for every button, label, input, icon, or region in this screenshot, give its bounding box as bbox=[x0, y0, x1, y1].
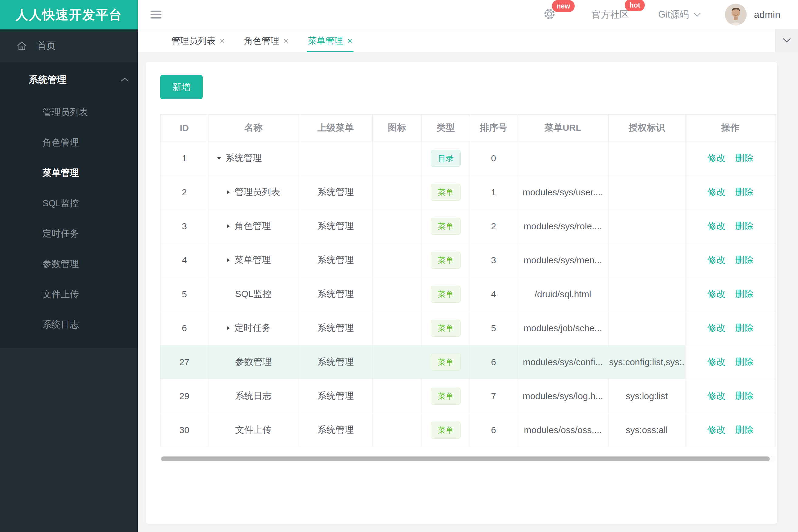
menu-name: 参数管理 bbox=[235, 356, 272, 368]
cell-type: 菜单 bbox=[422, 345, 470, 379]
sidebar-item-菜单管理[interactable]: 菜单管理 bbox=[0, 158, 138, 188]
delete-link[interactable]: 删除 bbox=[735, 357, 754, 367]
cell-order: 6 bbox=[470, 345, 517, 379]
cell-perm bbox=[609, 311, 685, 345]
edit-link[interactable]: 修改 bbox=[707, 187, 725, 197]
cell-actions: 修改删除 bbox=[685, 243, 776, 277]
delete-link[interactable]: 删除 bbox=[735, 289, 754, 299]
expand-arrow-icon[interactable] bbox=[225, 325, 231, 331]
delete-link[interactable]: 删除 bbox=[735, 187, 754, 197]
table-row: 27参数管理系统管理菜单6modules/sys/confi...sys:con… bbox=[161, 345, 776, 379]
sidebar-item-角色管理[interactable]: 角色管理 bbox=[0, 127, 138, 158]
cell-url: modules/sys/log.h... bbox=[517, 379, 609, 413]
type-badge: 菜单 bbox=[431, 320, 461, 337]
cell-perm bbox=[609, 175, 685, 209]
type-badge: 菜单 bbox=[431, 252, 461, 269]
tab-角色管理[interactable]: 角色管理× bbox=[244, 30, 288, 52]
settings-button[interactable]: new bbox=[543, 7, 556, 22]
cell-type: 目录 bbox=[422, 141, 470, 175]
add-button[interactable]: 新增 bbox=[160, 75, 203, 99]
delete-link[interactable]: 删除 bbox=[735, 153, 754, 163]
sidebar-item-定时任务[interactable]: 定时任务 bbox=[0, 218, 138, 249]
table-row: 6定时任务系统管理菜单5modules/job/sche...修改删除 bbox=[161, 311, 776, 345]
avatar[interactable] bbox=[725, 4, 747, 25]
cell-actions: 修改删除 bbox=[685, 345, 776, 379]
table-row: 2管理员列表系统管理菜单1modules/sys/user....修改删除 bbox=[161, 175, 776, 209]
cell-icon bbox=[373, 243, 422, 277]
cell-name: 参数管理 bbox=[208, 345, 299, 379]
edit-link[interactable]: 修改 bbox=[707, 153, 725, 163]
tab-管理员列表[interactable]: 管理员列表× bbox=[171, 30, 224, 52]
git-source-label: Git源码 bbox=[658, 8, 689, 21]
menu-name: 管理员列表 bbox=[235, 186, 280, 198]
sidebar-item-系统日志[interactable]: 系统日志 bbox=[0, 309, 138, 340]
cell-name: 文件上传 bbox=[208, 413, 299, 447]
type-badge: 菜单 bbox=[431, 286, 461, 303]
delete-link[interactable]: 删除 bbox=[735, 425, 754, 435]
chevron-down-icon bbox=[693, 12, 701, 17]
edit-link[interactable]: 修改 bbox=[707, 425, 725, 435]
git-source-link[interactable]: Git源码 bbox=[658, 8, 701, 21]
cell-order: 6 bbox=[470, 413, 517, 447]
expand-arrow-icon[interactable] bbox=[225, 258, 231, 263]
delete-link[interactable]: 删除 bbox=[735, 221, 754, 231]
table-row: 29系统日志系统管理菜单7modules/sys/log.h...sys:log… bbox=[161, 379, 776, 413]
tabs-overflow-chevron-icon bbox=[782, 37, 792, 44]
edit-link[interactable]: 修改 bbox=[707, 323, 725, 333]
sidebar-item-文件上传[interactable]: 文件上传 bbox=[0, 279, 138, 309]
edit-link[interactable]: 修改 bbox=[707, 255, 725, 265]
cell-name: 角色管理 bbox=[208, 209, 299, 243]
tab-close-icon[interactable]: × bbox=[220, 36, 224, 46]
cell-id: 4 bbox=[161, 243, 208, 277]
sidebar-group-header[interactable]: 系统管理 bbox=[0, 62, 138, 97]
hamburger-menu-icon[interactable] bbox=[150, 8, 162, 21]
column-header-上级菜单: 上级菜单 bbox=[299, 115, 373, 141]
cell-name: 系统管理 bbox=[208, 141, 299, 175]
edit-link[interactable]: 修改 bbox=[707, 357, 725, 367]
table-row: 4菜单管理系统管理菜单3modules/sys/men...修改删除 bbox=[161, 243, 776, 277]
scrollbar-thumb[interactable] bbox=[161, 456, 770, 461]
tab-close-icon[interactable]: × bbox=[348, 36, 352, 46]
tabs-container: 管理员列表×角色管理×菜单管理× bbox=[171, 30, 372, 52]
cell-perm: sys:config:list,sys:. bbox=[609, 345, 685, 379]
cell-type: 菜单 bbox=[422, 311, 470, 345]
cell-perm: sys:oss:all bbox=[609, 413, 685, 447]
sidebar-item-SQL监控[interactable]: SQL监控 bbox=[0, 188, 138, 218]
community-label: 官方社区 bbox=[591, 9, 629, 20]
delete-link[interactable]: 删除 bbox=[735, 323, 754, 333]
cell-perm: sys:log:list bbox=[609, 379, 685, 413]
cell-name: SQL监控 bbox=[208, 277, 299, 311]
expand-arrow-icon[interactable] bbox=[225, 190, 231, 195]
type-badge: 菜单 bbox=[431, 354, 461, 370]
username[interactable]: admin bbox=[754, 9, 780, 20]
edit-link[interactable]: 修改 bbox=[707, 289, 725, 299]
cell-id: 29 bbox=[161, 379, 208, 413]
cell-url bbox=[517, 141, 609, 175]
column-header-操作: 操作 bbox=[685, 115, 776, 141]
tabs-overflow-button[interactable] bbox=[775, 30, 798, 52]
cell-order: 5 bbox=[470, 311, 517, 345]
tab-close-icon[interactable]: × bbox=[283, 36, 288, 46]
tab-菜单管理[interactable]: 菜单管理× bbox=[308, 30, 352, 52]
cell-actions: 修改删除 bbox=[685, 379, 776, 413]
community-link[interactable]: 官方社区 hot bbox=[591, 8, 629, 21]
cell-url: modules/job/sche... bbox=[517, 311, 609, 345]
cell-parent: 系统管理 bbox=[299, 243, 373, 277]
cell-type: 菜单 bbox=[422, 413, 470, 447]
expand-arrow-icon[interactable] bbox=[216, 156, 222, 161]
cell-id: 2 bbox=[161, 175, 208, 209]
delete-link[interactable]: 删除 bbox=[735, 255, 754, 265]
edit-link[interactable]: 修改 bbox=[707, 391, 725, 401]
delete-link[interactable]: 删除 bbox=[735, 391, 754, 401]
edit-link[interactable]: 修改 bbox=[707, 221, 725, 231]
sidebar: 人人快速开发平台 首页 系统管理 管理员列表角色管理菜单管理SQL监控定时任务参… bbox=[0, 0, 138, 532]
table-row: 5SQL监控系统管理菜单4/druid/sql.html修改删除 bbox=[161, 277, 776, 311]
table-header-row: ID名称上级菜单图标类型排序号菜单URL授权标识操作 bbox=[161, 115, 776, 141]
expand-arrow-icon[interactable] bbox=[225, 224, 231, 229]
cell-id: 27 bbox=[161, 345, 208, 379]
sidebar-item-home[interactable]: 首页 bbox=[0, 30, 138, 62]
cell-name: 系统日志 bbox=[208, 379, 299, 413]
sidebar-item-管理员列表[interactable]: 管理员列表 bbox=[0, 97, 138, 127]
sidebar-item-参数管理[interactable]: 参数管理 bbox=[0, 249, 138, 279]
type-badge: 目录 bbox=[431, 150, 461, 167]
